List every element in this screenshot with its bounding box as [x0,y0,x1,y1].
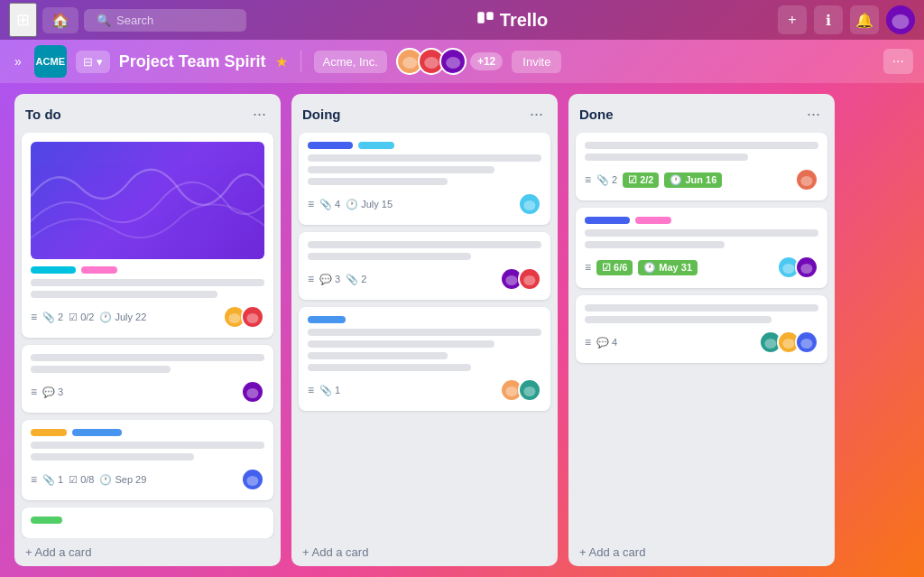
checklist-badge-icon: ☑ [628,174,637,186]
tag-yellow [31,429,67,436]
add-card-button-done[interactable]: + Add a card [568,538,835,566]
card-footer: ≡ 📎 1 ☑ 0/8 🕐 Sep 29 [31,468,264,491]
done-card-3[interactable]: ≡ 💬 4 [576,295,827,363]
card-footer: ≡ 📎 1 [308,378,541,402]
comment-icon: 💬 [596,337,609,349]
tag-pink [635,217,671,224]
add-card-button-todo[interactable]: + Add a card [14,538,281,566]
doing-card-2[interactable]: ≡ 💬 3 📎 2 [299,232,550,300]
board-more-button[interactable]: ··· [883,49,913,74]
card-avatars [223,305,264,329]
card-text-line [308,364,471,371]
done-card-2[interactable]: ≡ ☑ 6/6 🕐 May 31 [576,208,827,288]
column-done-menu-button[interactable]: ··· [803,103,824,126]
column-doing-header: Doing ··· [291,94,558,133]
todo-card-1[interactable]: ≡ 📎 2 ☑ 0/2 🕐 July 22 [22,133,273,338]
grid-menu-button[interactable]: ⊞ [9,3,37,37]
todo-card-4[interactable] [22,507,273,538]
attachment-meta: 📎 2 [346,274,366,285]
date-value: July 22 [115,312,146,322]
menu-icon: ≡ [308,273,314,285]
card-avatars [241,380,264,404]
tag-blue [72,429,122,436]
card-image-svg [31,142,264,259]
home-button[interactable]: 🏠 [42,7,79,33]
info-button[interactable]: ℹ [814,5,843,34]
tag-blue [358,142,394,149]
attachment-meta: 📎 2 [596,174,617,186]
card-image [31,142,264,259]
column-done-header: Done ··· [568,94,835,133]
notification-button[interactable]: 🔔 [850,5,879,34]
card-tags [31,266,264,274]
tag-blue-dark [308,142,353,149]
svg-rect-0 [477,12,485,23]
comment-count: 3 [335,274,340,284]
card-avatar-2 [518,378,541,402]
checklist-badge-value: 6/6 [614,262,627,273]
sidebar-toggle-button[interactable]: » [11,51,25,72]
card-text-line [31,442,264,449]
checklist-meta: ☑ 0/8 [69,474,94,486]
card-tags [308,316,541,323]
card-avatar-2 [795,256,818,279]
card-text-line [585,154,748,161]
workspace-name-button[interactable]: Acme, Inc. [314,51,387,73]
search-input[interactable] [116,14,243,27]
workspace-dropdown-button[interactable]: ⊟ ▾ [76,51,110,73]
clock-icon: 🕐 [99,474,112,486]
search-bar: 🔍 [84,9,246,32]
tag-blue3 [308,316,346,323]
checklist-badge: ☑ 2/2 [623,172,659,188]
date-badge: 🕐 May 31 [638,260,698,275]
comment-icon: 💬 [319,274,332,285]
card-text-line [585,142,818,149]
card-footer: ≡ 📎 2 ☑ 2/2 🕐 Jun 16 [585,168,818,191]
member-count-badge[interactable]: +12 [470,52,503,70]
tag-green [31,517,62,524]
comment-count: 4 [612,337,617,348]
search-icon: 🔍 [97,14,111,27]
checklist-icon: ☑ [69,312,78,323]
card-avatars [241,468,264,491]
card-text-line [308,340,494,348]
column-done-title: Done [579,107,614,122]
board-members: +12 [396,48,503,75]
invite-button[interactable]: Invite [512,51,561,73]
card-text-line [31,291,217,298]
column-todo-menu-button[interactable]: ··· [249,103,270,126]
doing-card-1[interactable]: ≡ 📎 4 🕐 July 15 [299,133,550,225]
menu-icon: ≡ [585,173,591,186]
date-meta: 🕐 July 15 [346,199,393,210]
column-doing-menu-button[interactable]: ··· [526,103,547,126]
member-avatar-3[interactable] [439,48,467,75]
add-button[interactable]: + [778,5,807,34]
checklist-value: 0/8 [80,474,94,485]
clock-icon: 🕐 [346,199,358,210]
card-text-line [308,329,541,336]
add-card-button-doing[interactable]: + Add a card [291,538,558,566]
card-footer: ≡ 📎 4 🕐 July 15 [308,192,541,216]
user-avatar[interactable] [886,5,915,34]
menu-icon: ≡ [308,384,314,396]
menu-icon: ≡ [585,336,591,349]
attachment-icon: 📎 [319,199,332,210]
board-star-button[interactable]: ★ [275,53,288,70]
card-text-line [308,241,541,248]
todo-card-2[interactable]: ≡ 💬 3 [22,345,273,413]
card-text-line [585,316,772,323]
card-footer: ≡ ☑ 6/6 🕐 May 31 [585,256,818,279]
column-todo-title: To do [25,107,61,122]
column-todo-cards: ≡ 📎 2 ☑ 0/2 🕐 July 22 [14,133,281,538]
date-value: July 15 [361,199,393,209]
date-badge-value: May 31 [659,262,692,273]
done-card-1[interactable]: ≡ 📎 2 ☑ 2/2 🕐 Jun 16 [576,133,827,200]
comment-meta: 💬 4 [596,337,617,349]
attachment-icon: 📎 [42,312,55,323]
card-avatar-3 [795,330,818,354]
doing-card-3[interactable]: ≡ 📎 1 [299,307,550,411]
todo-card-3[interactable]: ≡ 📎 1 ☑ 0/8 🕐 Sep 29 [22,420,273,500]
menu-icon: ≡ [31,386,37,398]
card-text-line [308,253,471,260]
workspace-chevron: ▾ [97,55,103,69]
